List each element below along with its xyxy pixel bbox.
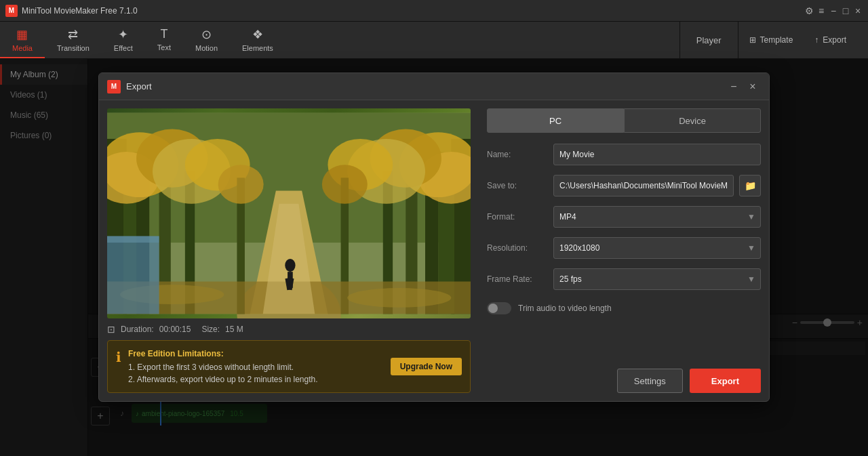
preview-size-value: 15 M <box>225 325 243 334</box>
settings-button[interactable]: ⚙ <box>804 6 814 16</box>
preview-size-label: Size: <box>201 325 220 334</box>
browse-folder-button[interactable]: 📁 <box>739 175 761 196</box>
tab-elements[interactable]: ❖ Elements <box>230 22 285 58</box>
preview-image <box>107 108 471 318</box>
tab-motion[interactable]: ⊙ Motion <box>183 22 230 58</box>
preview-duration-value: 00:00:15 <box>159 325 191 334</box>
export-icon: ↑ <box>814 35 818 45</box>
toggle-thumb <box>488 304 498 313</box>
modal-overlay: M Export − × <box>0 59 868 456</box>
title-bar: M MiniTool MovieMaker Free 7.1.0 ⚙ ≡ − □… <box>0 0 868 22</box>
text-icon: T <box>160 27 167 41</box>
template-button[interactable]: ⊞ Template <box>738 31 804 49</box>
svg-rect-42 <box>107 236 159 314</box>
limitations-text: Free Edition Limitations: 1. Export the … <box>128 348 384 386</box>
limitations-line1: 1. Export the first 3 videos without len… <box>128 361 384 373</box>
svg-rect-43 <box>107 236 159 243</box>
svg-point-33 <box>322 165 368 203</box>
menu-button[interactable]: ≡ <box>816 6 826 16</box>
transition-icon: ⇄ <box>68 27 78 42</box>
motion-icon: ⊙ <box>201 27 212 42</box>
export-toolbar-button[interactable]: ↑ Export <box>804 31 857 49</box>
frame-rate-select[interactable]: 25 fps 30 fps 60 fps 24 fps <box>553 268 761 290</box>
media-icon: ▦ <box>16 27 28 42</box>
save-to-field-row: Save to: 📁 <box>487 175 761 196</box>
name-field-row: Name: <box>487 144 761 165</box>
name-input[interactable] <box>553 144 761 165</box>
tab-text[interactable]: T Text <box>145 22 183 58</box>
transition-label: Transition <box>57 44 90 52</box>
export-settings-section: PC Device Name: Save to: 📁 Format: <box>479 100 769 401</box>
resolution-field-row: Resolution: 1920x1080 1280x720 3840x2160… <box>487 237 761 259</box>
elements-label: Elements <box>242 44 273 52</box>
trim-audio-label: Trim audio to video length <box>518 304 612 313</box>
tab-effect[interactable]: ✦ Effect <box>102 22 145 58</box>
resolution-select-wrapper: 1920x1080 1280x720 3840x2160 ▼ <box>553 237 761 259</box>
dialog-header: M Export − × <box>99 73 769 100</box>
limitations-line2: 2. Afterwards, export video up to 2 minu… <box>128 373 384 386</box>
dialog-minimize-button[interactable]: − <box>726 79 742 95</box>
frame-rate-select-wrapper: 25 fps 30 fps 60 fps 24 fps ▼ <box>553 268 761 290</box>
limitations-box: ℹ Free Edition Limitations: 1. Export th… <box>107 340 471 393</box>
app-logo: M <box>5 5 18 17</box>
svg-point-38 <box>285 259 295 272</box>
format-select-wrapper: MP4 AVI MOV WMV ▼ <box>553 206 761 228</box>
toolbar-nav: ▦ Media ⇄ Transition ✦ Effect T Text ⊙ M… <box>0 22 285 58</box>
tab-media[interactable]: ▦ Media <box>0 22 45 58</box>
resolution-select[interactable]: 1920x1080 1280x720 3840x2160 <box>553 237 761 259</box>
minimize-window-button[interactable]: − <box>829 6 838 16</box>
elements-icon: ❖ <box>252 27 263 42</box>
settings-button[interactable]: Settings <box>617 369 683 393</box>
preview-section: ⊡ Name: Duration: 00:00:15 Size: 15 M ℹ … <box>99 100 479 401</box>
dialog-footer: Settings Export <box>487 363 761 393</box>
effect-icon: ✦ <box>118 27 128 42</box>
svg-point-32 <box>218 165 264 203</box>
motion-label: Motion <box>195 44 218 52</box>
export-button[interactable]: Export <box>690 369 761 393</box>
preview-info: ⊡ Name: Duration: 00:00:15 Size: 15 M <box>107 324 471 335</box>
trim-audio-toggle[interactable] <box>487 302 511 314</box>
tab-pc[interactable]: PC <box>487 108 624 133</box>
dialog-logo: M <box>107 80 121 94</box>
frame-rate-field-row: Frame Rate: 25 fps 30 fps 60 fps 24 fps … <box>487 268 761 290</box>
app-title: MiniTool MovieMaker Free 7.1.0 <box>22 6 804 16</box>
svg-point-36 <box>347 288 451 308</box>
save-to-label: Save to: <box>487 181 548 190</box>
window-controls: ⚙ ≡ − □ × <box>804 6 863 16</box>
close-window-button[interactable]: × <box>853 6 863 16</box>
effect-label: Effect <box>114 44 133 52</box>
toolbar-right-actions: ⊞ Template ↑ Export <box>738 31 868 49</box>
player-tab[interactable]: Player <box>680 35 738 45</box>
name-label: Name: <box>487 150 548 159</box>
trim-audio-row: Trim audio to video length <box>487 302 761 314</box>
dialog-close-button[interactable]: × <box>745 79 761 95</box>
frame-rate-label: Frame Rate: <box>487 274 548 284</box>
info-icon: ℹ <box>116 349 121 365</box>
main-toolbar: ▦ Media ⇄ Transition ✦ Effect T Text ⊙ M… <box>0 22 868 59</box>
save-to-input[interactable] <box>553 175 734 196</box>
template-icon: ⊞ <box>749 35 756 45</box>
video-info-icon: ⊡ <box>107 324 115 335</box>
format-select[interactable]: MP4 AVI MOV WMV <box>553 206 761 228</box>
media-label: Media <box>12 44 33 52</box>
upgrade-now-button[interactable]: Upgrade Now <box>391 358 462 375</box>
maximize-window-button[interactable]: □ <box>841 6 850 16</box>
format-label: Format: <box>487 212 548 222</box>
format-field-row: Format: MP4 AVI MOV WMV ▼ <box>487 206 761 228</box>
preview-duration-label: Duration: <box>121 325 154 334</box>
resolution-label: Resolution: <box>487 243 548 253</box>
limitations-title: Free Edition Limitations: <box>128 348 384 360</box>
text-label: Text <box>157 43 171 51</box>
dialog-title: Export <box>126 81 726 91</box>
tab-device[interactable]: Device <box>624 108 761 133</box>
output-tab-row: PC Device <box>487 108 761 133</box>
export-dialog: M Export − × <box>98 72 770 402</box>
tab-transition[interactable]: ⇄ Transition <box>45 22 102 58</box>
dialog-body: ⊡ Name: Duration: 00:00:15 Size: 15 M ℹ … <box>99 100 769 401</box>
